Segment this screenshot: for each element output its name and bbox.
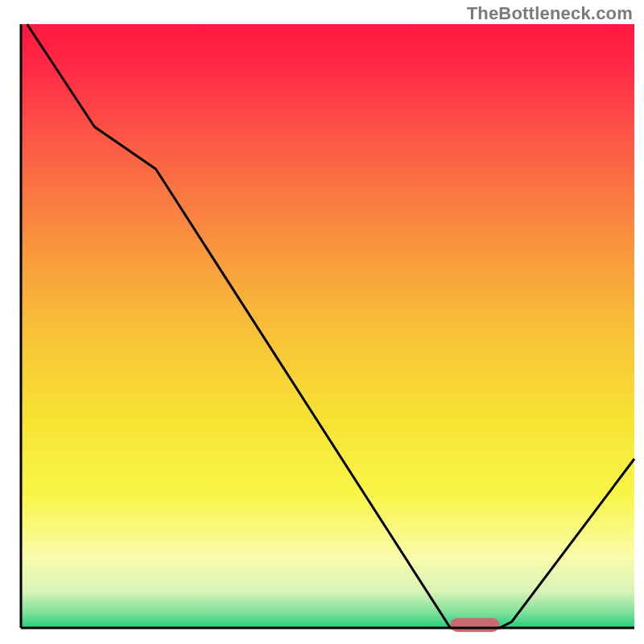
bottleneck-chart (0, 0, 644, 644)
chart-container: TheBottleneck.com (0, 0, 644, 644)
gradient-background (21, 24, 634, 628)
optimal-marker (450, 618, 499, 632)
